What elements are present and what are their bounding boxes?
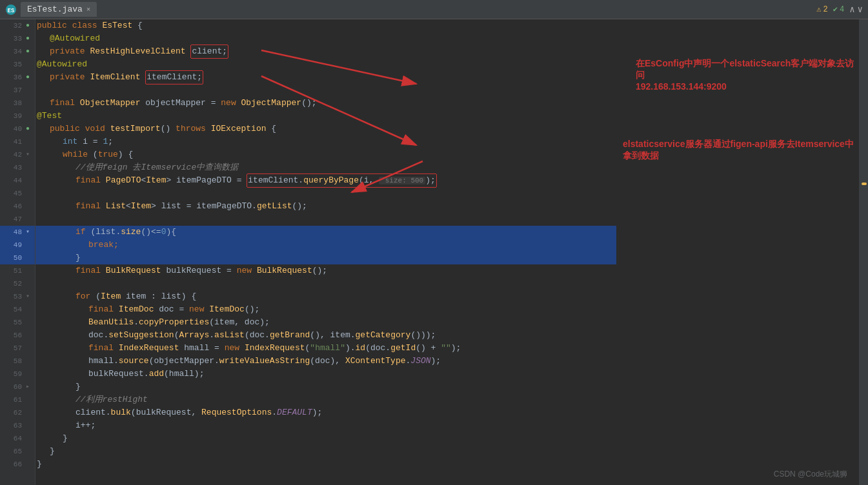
code-line-48: if (list.size()<=0){ xyxy=(35,226,616,239)
code-line-47 xyxy=(35,213,616,226)
code-line-55: BeanUtils.copyProperties(item, doc); xyxy=(35,316,616,329)
gutter-65: 65 xyxy=(0,445,35,458)
gutter-58: 58 xyxy=(0,355,35,368)
gutter-36: 36 ● xyxy=(0,71,35,84)
gutter-64: 64 xyxy=(0,432,35,445)
gutter-59: 59 xyxy=(0,368,35,381)
gutter-34: 34 ● xyxy=(0,45,35,58)
nav-up-button[interactable]: ∧ xyxy=(849,4,854,15)
gutter-63: 63 xyxy=(0,419,35,432)
code-line-60: } xyxy=(35,381,616,393)
annotation-2: elstaticservice服务器通过figen-api服务去Itemserv… xyxy=(623,139,859,162)
gutter-45: 45 xyxy=(0,187,35,200)
code-line-59: bulkRequest.add(hmall); xyxy=(35,368,616,381)
gutter-60: 60 ▸ xyxy=(0,381,35,393)
code-line-35: @Autowired xyxy=(35,58,616,71)
es-logo-icon: ES xyxy=(5,4,17,15)
file-tab[interactable]: EsTest.java × xyxy=(21,2,97,17)
ok-count: 4 xyxy=(840,5,844,14)
tab-close-button[interactable]: × xyxy=(86,6,91,14)
gutter-46: 46 xyxy=(0,200,35,213)
code-line-57: final IndexRequest hmall = new IndexRequ… xyxy=(35,342,616,355)
warning-icon: ⚠ xyxy=(816,5,821,14)
gutter-51: 51 xyxy=(0,264,35,277)
annotation-1: 在EsConfig中声明一个elstaticSearch客户端对象去访问 192… xyxy=(636,58,859,92)
code-line-63: i++; xyxy=(35,419,616,432)
gutter-62: 62 xyxy=(0,406,35,419)
code-line-41: int i = 1; xyxy=(35,135,616,148)
gutter-41: 41 xyxy=(0,135,35,148)
line-gutter: 32 ● 33 ● 34 ● 35 36 ● xyxy=(0,19,35,485)
code-line-62: client.bulk(bulkRequest, RequestOptions.… xyxy=(35,406,616,419)
code-panel: public class EsTest { @Autowired private… xyxy=(35,19,616,485)
annotation-1-line2: 192.168.153.144:9200 xyxy=(636,81,859,92)
gutter-66: 66 xyxy=(0,458,35,471)
watermark: CSDN @Code玩城狮 xyxy=(774,469,847,480)
gutter-42: 42 ▾ xyxy=(0,148,35,161)
code-line-42: while (true) { xyxy=(35,148,616,161)
line-icon-36: ● xyxy=(23,73,32,82)
checkmark-icon: ✔ xyxy=(833,5,838,14)
code-line-51: final BulkRequest bulkRequest = new Bulk… xyxy=(35,264,616,277)
code-line-66: } xyxy=(35,458,616,471)
code-line-34: private RestHighLevelClient client; xyxy=(35,45,616,58)
gutter-50: 50 xyxy=(0,252,35,264)
gutter-32: 32 ● xyxy=(0,19,35,32)
gutter-56: 56 xyxy=(0,329,35,342)
annotation-panel: 在EsConfig中声明一个elstaticSearch客户端对象去访问 192… xyxy=(616,19,859,485)
code-line-64: } xyxy=(35,432,616,445)
gutter-37: 37 xyxy=(0,84,35,97)
line-icon-32: ● xyxy=(23,21,32,30)
title-bar-right: ⚠ 2 ✔ 4 ∧ ∨ xyxy=(816,4,863,15)
gutter-48: 48 ▾ xyxy=(0,226,35,239)
gutter-35: 35 xyxy=(0,58,35,71)
code-line-50: } xyxy=(35,252,616,264)
code-line-49: break; xyxy=(35,239,616,252)
scrollbar-marker xyxy=(862,183,867,185)
line-icon-40: ● xyxy=(23,124,32,134)
nav-down-button[interactable]: ∨ xyxy=(858,4,863,15)
annotation-2-text: elstaticservice服务器通过figen-api服务去Itemserv… xyxy=(623,139,859,162)
code-line-56: doc.setSuggestion(Arrays.asList(doc.getB… xyxy=(35,329,616,342)
warning-badge: ⚠ 2 xyxy=(816,5,827,14)
gutter-47: 47 xyxy=(0,213,35,226)
line-icon-34: ● xyxy=(23,47,32,56)
fold-icon-48[interactable]: ▾ xyxy=(23,228,32,237)
code-line-65: } xyxy=(35,445,616,458)
gutter-53: 53 ▾ xyxy=(0,290,35,303)
gutter-33: 33 ● xyxy=(0,32,35,45)
gutter-57: 57 xyxy=(0,342,35,355)
annotation-1-line1: 在EsConfig中声明一个elstaticSearch客户端对象去访问 xyxy=(636,58,859,81)
code-line-52 xyxy=(35,277,616,290)
code-line-37 xyxy=(35,84,616,97)
gutter-39: 39 xyxy=(0,110,35,123)
gutter-49: 49 xyxy=(0,239,35,252)
gutter-43: 43 xyxy=(0,161,35,174)
code-line-58: hmall.source(objectMapper.writeValueAsSt… xyxy=(35,355,616,368)
code-line-46: final List<Item> list = itemPageDTO.getL… xyxy=(35,200,616,213)
code-line-36: private ItemClient itemClient; xyxy=(35,71,616,84)
gutter-52: 52 xyxy=(0,277,35,290)
code-line-32: public class EsTest { xyxy=(35,19,616,32)
code-line-54: final ItemDoc doc = new ItemDoc(); xyxy=(35,303,616,316)
code-line-61: //利用restHight xyxy=(35,393,616,406)
code-line-53: for (Item item : list) { xyxy=(35,290,616,303)
fold-icon-42[interactable]: ▾ xyxy=(23,150,32,159)
tab-filename: EsTest.java xyxy=(27,5,83,14)
gutter-44: 44 xyxy=(0,174,35,187)
code-line-33: @Autowired xyxy=(35,32,616,45)
app-window: ES EsTest.java × ⚠ 2 ✔ 4 ∧ ∨ 32 xyxy=(0,0,868,485)
fold-icon-53[interactable]: ▾ xyxy=(23,292,32,301)
gutter-38: 38 xyxy=(0,97,35,110)
editor-container: 32 ● 33 ● 34 ● 35 36 ● xyxy=(0,19,868,485)
ok-badge: ✔ 4 xyxy=(833,5,844,14)
code-line-39: @Test xyxy=(35,110,616,123)
code-line-44: final PageDTO<Item> itemPageDTO = itemCl… xyxy=(35,174,616,187)
svg-text:ES: ES xyxy=(8,8,15,14)
title-bar: ES EsTest.java × ⚠ 2 ✔ 4 ∧ ∨ xyxy=(0,0,868,19)
nav-arrows: ∧ ∨ xyxy=(849,4,863,15)
warning-count: 2 xyxy=(823,5,827,14)
gutter-55: 55 xyxy=(0,316,35,329)
right-scrollbar[interactable] xyxy=(859,19,868,485)
code-line-40: public void testImport() throws IOExcept… xyxy=(35,123,616,135)
